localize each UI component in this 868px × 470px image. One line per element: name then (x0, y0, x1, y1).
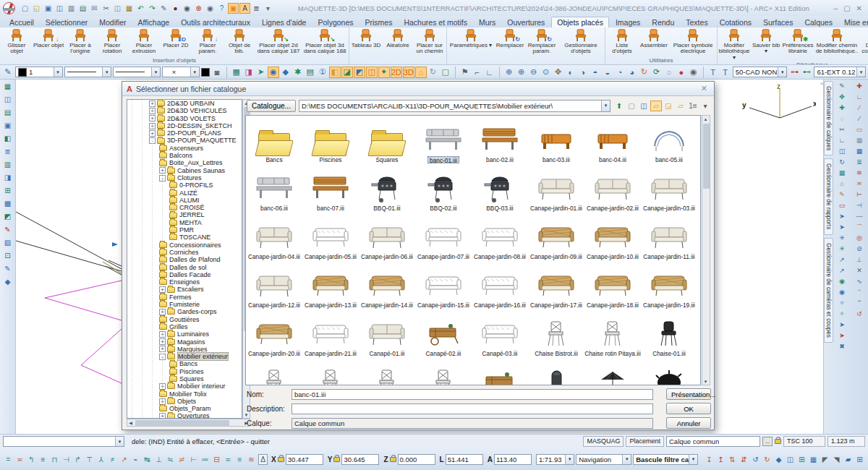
dim2-icon[interactable]: ⊣ (853, 200, 866, 210)
explode1-icon[interactable]: ✳ (835, 233, 848, 243)
highlight-icon[interactable]: ▣ (228, 3, 239, 14)
placer-objet-button[interactable]: ↓Placer objet (33, 28, 64, 49)
catalogue-item-canape-jardin-17-iii[interactable]: Canape-jardin-17.iii (528, 261, 584, 309)
tree-horizontal-scrollbar[interactable]: ◀ ▶ (127, 419, 250, 427)
group-icon[interactable]: ⌂ (835, 179, 848, 189)
layer3-icon[interactable]: ◩ (354, 67, 365, 78)
slash2-icon[interactable]: ∕ (853, 114, 866, 124)
masquage-indicator[interactable]: MASQUAG (583, 436, 624, 447)
tab-modifier[interactable]: Modifier (94, 17, 131, 27)
catalogue-item[interactable] (302, 358, 359, 385)
tab-lignes-d-aide[interactable]: Lignes d'aide (257, 17, 312, 27)
view-3d-icon[interactable]: 3D (403, 67, 414, 78)
description-input[interactable] (292, 403, 653, 414)
catalogue-item-chaise-bistrot-iii[interactable]: Chaise Bistrot.iii (528, 309, 584, 358)
catalogue-item-canape-jardin-08-iii[interactable]: Canape-jardin-08.iii (472, 213, 528, 261)
tree-item-piscines[interactable]: Piscines (127, 368, 242, 375)
dash-icon[interactable]: ― (853, 211, 866, 221)
select-poly-icon[interactable]: ✂ (835, 124, 848, 134)
record-icon[interactable]: ● (170, 3, 181, 14)
tab-ouvertures[interactable]: Ouvertures (502, 17, 550, 27)
cancel-icon[interactable]: ⊗ (193, 3, 204, 14)
tab-hachures-et-motifs[interactable]: Hachures et motifs (399, 17, 472, 27)
panes-icon[interactable]: ⊞ (854, 453, 865, 465)
home-icon[interactable]: ⌂ (415, 67, 427, 78)
text-style-icon[interactable]: T (707, 67, 719, 78)
eye-icon[interactable]: ◉ (205, 3, 216, 14)
view-orbit-icon[interactable]: ↻ (639, 67, 650, 78)
tab-cotations[interactable]: Cotations (715, 17, 757, 27)
zoom-window-icon[interactable]: ⊕ (503, 67, 515, 78)
frame-icon[interactable]: ◧ (1, 133, 14, 144)
sauver-bib-button[interactable]: Sauver bib ▾ (750, 28, 782, 56)
panel-tab-gestionnaire-de-rapports[interactable]: Gestionnaire de rapports (824, 158, 833, 234)
tab-surfaces[interactable]: Surfaces (758, 17, 798, 27)
tree-item-enseignes[interactable]: Enseignes (127, 278, 242, 286)
catalogue-item-canape-jardin-06-iii[interactable]: Canape-jardin-06.iii (359, 213, 415, 261)
walk2-icon[interactable]: ✧ (835, 309, 848, 319)
mode-select[interactable]: Navigation▾ (576, 454, 631, 465)
table-3d-icon[interactable]: ▦ (1, 81, 14, 92)
calque-courant-combo[interactable]: Calque commun (666, 436, 760, 447)
ext2-icon[interactable]: ⊷ (801, 67, 812, 78)
zoom-extents-icon[interactable]: ⊙ (540, 67, 552, 78)
catalogue-item-canape-jardin-07-iii[interactable]: Canape-jardin-07.iii (415, 213, 472, 261)
page-icon[interactable]: ▢ (440, 67, 451, 78)
corner1-icon[interactable]: ◤ (820, 453, 830, 465)
tree-item-gouttieres[interactable]: Gouttières (127, 316, 242, 323)
tree-item-clotures[interactable]: -Clotures (127, 174, 242, 181)
view-right-icon[interactable]: ◑ (577, 67, 589, 78)
gestionnaire-d-objets-button[interactable]: Gestionnaire d'objets (558, 28, 604, 56)
catalogue-item-canape-jardin-04-iii[interactable]: Canape-jardin-04.iii (246, 213, 302, 261)
scale-select[interactable]: 1:71.93▾ (536, 454, 574, 465)
snap-sim2-icon[interactable]: ≓ (176, 453, 187, 465)
tab-rendu[interactable]: Rendu (647, 17, 679, 27)
fence-icon[interactable]: ≣ (853, 157, 866, 167)
tree-item-2d-3d-urbain[interactable]: +2D&3D URBAIN (127, 100, 242, 107)
view-dropdown-icon[interactable]: ▾ (699, 101, 711, 111)
pane1-icon[interactable]: ◫ (785, 453, 796, 465)
lasso-icon[interactable]: ◌ (835, 114, 848, 124)
up-folder-icon[interactable]: ⬆ (613, 101, 625, 111)
placer-2d-button[interactable]: 2DPlacer 2D (160, 28, 192, 49)
placer-a-l-origine-button[interactable]: Placer à l'origine (64, 28, 96, 56)
walk1-icon[interactable]: ✧ (835, 298, 848, 308)
catalogue-item-bbq-01-iii[interactable]: BBQ-01.iii (359, 164, 415, 213)
folder2-icon[interactable]: ▱ (675, 101, 686, 111)
flag-icon[interactable]: ⚑ (459, 67, 471, 78)
view-iso2-icon[interactable]: ◕ (626, 67, 638, 78)
minimize-button[interactable]: – (834, 4, 838, 12)
arrow2-icon[interactable]: ➤ (835, 222, 848, 232)
tree-item-mobilier-interieur[interactable]: +Mobilier interieur (127, 383, 242, 390)
angle-icon[interactable]: ∟ (484, 67, 495, 78)
coord-value[interactable]: 113.40 (494, 454, 532, 465)
curve-icon[interactable]: ∿ (853, 276, 866, 286)
tree-item-ouvertures[interactable]: +Ouvertures (127, 412, 242, 419)
catalogue-item-bancs[interactable]: Bancs (246, 116, 302, 164)
copy-icon[interactable]: ◫ (112, 3, 123, 14)
dialog-title-bar[interactable]: A Sélectionner un fichier catalogue ✕ (122, 82, 714, 96)
eye-level-icon[interactable]: ◆ (773, 453, 784, 465)
catalogue-item-banc-06-iii[interactable]: banc-06.iii (246, 164, 302, 213)
tab-murs[interactable]: Murs (474, 17, 501, 27)
calque-input[interactable]: Calque commun (292, 418, 653, 429)
tree-item-2d-pour-plans[interactable]: +2D-POUR_PLANS (127, 129, 242, 137)
walk-down-icon[interactable]: ↧ (704, 453, 715, 465)
tree-item-2d-3d-vehicules[interactable]: +2D&3D VEHICULES (127, 107, 242, 114)
red-pen-icon[interactable]: ✎ (1, 224, 14, 235)
zoom-out-icon[interactable]: ⊖ (528, 67, 540, 78)
catalogue-item-canape-jardin-03-iii[interactable]: Canape-jardin-03.iii (641, 164, 697, 213)
tree2-icon[interactable]: ✕ (853, 265, 866, 275)
edit-icon[interactable]: ✎ (835, 81, 848, 91)
snap-icon[interactable]: ✱ (292, 67, 304, 78)
paint-bucket-icon[interactable]: ◙ (211, 67, 223, 78)
tree-item-mobilier-tolix[interactable]: Mobilier Tolix (127, 390, 242, 398)
placer-sur-un-chemin-button[interactable]: Placer sur un chemin (414, 28, 446, 56)
cols-icon[interactable]: ▥ (1, 159, 14, 170)
definition-des-couches-d-objets-places-button[interactable]: Définition des couches d'objets placés..… (860, 28, 868, 61)
fill-color-swatch[interactable] (201, 68, 210, 77)
tree-item-magasins[interactable]: +Magasins (127, 338, 242, 346)
tab-polygones[interactable]: Polygones (312, 17, 358, 27)
report-icon[interactable]: ▤ (1, 107, 14, 118)
grid3-icon[interactable]: ▦ (853, 146, 866, 156)
